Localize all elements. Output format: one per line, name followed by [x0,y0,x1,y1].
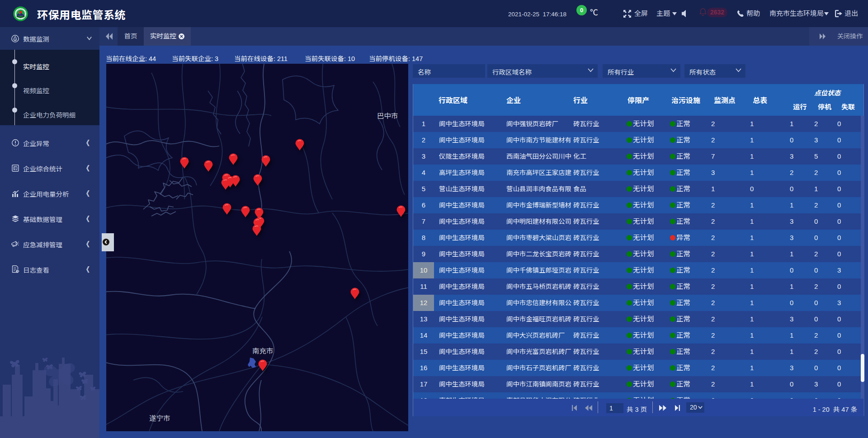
svg-text:遂宁市: 遂宁市 [149,414,170,422]
svg-text:巴中市: 巴中市 [377,112,398,120]
svg-text:南充市: 南充市 [252,347,274,355]
